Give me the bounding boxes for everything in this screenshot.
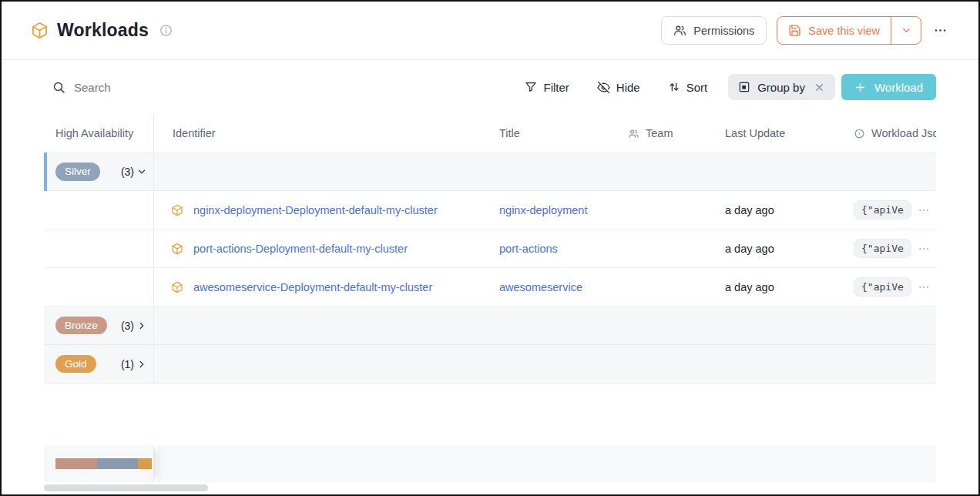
summary-row (44, 445, 936, 482)
silver-accent-bar (44, 152, 47, 191)
workload-cube-icon (171, 204, 183, 216)
identifier-link[interactable]: port-actions-Deployment-default-my-clust… (193, 243, 408, 255)
users-icon (673, 24, 686, 37)
filter-label: Filter (543, 81, 569, 94)
gold-count: (1) (121, 358, 134, 370)
group-cell-gold: Gold (1) (44, 345, 154, 383)
bar-segment-bronze (55, 458, 97, 469)
hide-button[interactable]: Hide (597, 81, 640, 94)
workload-cube-icon (171, 243, 183, 255)
bronze-pill: Bronze (55, 317, 107, 335)
team-icon (628, 128, 639, 139)
identifier-link[interactable]: nginx-deployment-Deployment-default-my-c… (193, 204, 438, 216)
workloads-cube-icon (31, 22, 49, 39)
title-wrap: Workloads (31, 20, 173, 41)
info-icon[interactable] (159, 24, 173, 37)
last-update-value: a day ago (725, 243, 774, 255)
identifier-link[interactable]: awesomeservice-Deployment-default-my-clu… (193, 281, 432, 293)
summary-row-filler (158, 445, 936, 482)
save-view-split-button: Save this view (777, 16, 921, 45)
last-update-value: a day ago (725, 281, 774, 293)
group-distribution-bar[interactable] (55, 458, 152, 469)
table-toolbar: Filter Hide Sort (2, 60, 978, 114)
title-link[interactable]: nginx-deployment (499, 204, 587, 216)
bronze-count: (3) (121, 320, 134, 332)
group-cell-bronze: Bronze (3) (44, 307, 154, 344)
last-update-value: a day ago (725, 204, 774, 216)
bar-segment-gold (138, 458, 152, 469)
plus-icon (854, 82, 866, 93)
search-icon (52, 81, 65, 94)
expand-group-icon[interactable] (136, 359, 147, 370)
group-row-bronze[interactable]: Bronze (3) (44, 307, 936, 345)
more-options-button[interactable] (931, 22, 949, 39)
group-row-gold[interactable]: Gold (1) (44, 345, 936, 384)
horizontal-scrollbar-thumb[interactable] (44, 484, 208, 491)
table-row: nginx-deployment-Deployment-default-my-c… (44, 191, 936, 230)
title-link[interactable]: awesomeservice (499, 281, 582, 293)
page-header: Workloads Permissions (2, 2, 978, 60)
gold-pill: Gold (55, 355, 96, 374)
save-view-label: Save this view (808, 25, 880, 37)
toolbar-actions: Filter Hide Sort (497, 74, 936, 100)
search-box[interactable] (52, 81, 243, 94)
column-header-last-update[interactable]: Last Update (717, 127, 844, 139)
column-header-identifier[interactable]: Identifier (154, 127, 493, 139)
chevron-down-icon (901, 25, 912, 36)
workload-json-chip[interactable]: {"apiVe (854, 239, 911, 258)
group-by-icon (738, 81, 750, 93)
silver-pill: Silver (55, 163, 100, 181)
workload-json-chip[interactable]: {"apiVe (854, 200, 911, 220)
workloads-page: Workloads Permissions (0, 0, 980, 496)
table-bottom-spacer (2, 384, 978, 445)
title-link[interactable]: port-actions (499, 243, 558, 255)
column-header-team[interactable]: Team (620, 127, 717, 139)
add-workload-button[interactable]: Workload (841, 74, 936, 100)
row-actions-icon[interactable] (918, 204, 930, 216)
group-by-clear-icon[interactable] (814, 82, 825, 93)
group-cell-silver: Silver (3) (44, 153, 154, 190)
save-view-caret-button[interactable] (891, 17, 921, 44)
expand-group-icon[interactable] (136, 320, 147, 331)
permissions-label: Permissions (693, 25, 754, 37)
group-row-silver[interactable]: Silver (3) (44, 152, 936, 191)
table-row: awesomeservice-Deployment-default-my-clu… (44, 268, 936, 307)
group-distribution-cell (44, 445, 154, 482)
workload-cube-icon (171, 281, 183, 293)
header-actions: Permissions Save this view (661, 16, 949, 45)
workloads-table: High Availability Identifier Title Team … (44, 114, 936, 384)
save-view-button[interactable]: Save this view (777, 17, 891, 44)
collapse-group-icon[interactable] (136, 166, 147, 177)
search-input[interactable] (74, 81, 243, 94)
group-by-label: Group by (757, 81, 805, 94)
hide-label: Hide (616, 81, 640, 94)
eye-off-icon (597, 81, 610, 94)
filter-icon (525, 81, 537, 93)
column-header-title[interactable]: Title (493, 127, 620, 139)
permissions-button[interactable]: Permissions (661, 16, 767, 45)
add-workload-label: Workload (874, 81, 923, 94)
save-icon (788, 24, 801, 37)
circle-dot-icon (854, 128, 865, 139)
silver-count: (3) (121, 166, 134, 178)
page-title: Workloads (57, 20, 149, 41)
table-row: port-actions-Deployment-default-my-clust… (44, 230, 936, 268)
column-header-workload-json[interactable]: Workload Json (844, 127, 936, 139)
row-actions-icon[interactable] (918, 281, 930, 293)
sort-button[interactable]: Sort (668, 81, 708, 94)
bar-segment-silver (97, 458, 139, 469)
workload-json-chip[interactable]: {"apiVe (854, 277, 911, 297)
group-by-chip[interactable]: Group by (728, 74, 835, 100)
sort-arrows-icon (668, 81, 680, 93)
column-header-high-availability[interactable]: High Availability (44, 114, 154, 152)
sort-label: Sort (686, 81, 708, 94)
table-header-row: High Availability Identifier Title Team … (44, 114, 936, 152)
filter-button[interactable]: Filter (525, 81, 569, 94)
row-actions-icon[interactable] (918, 243, 930, 255)
